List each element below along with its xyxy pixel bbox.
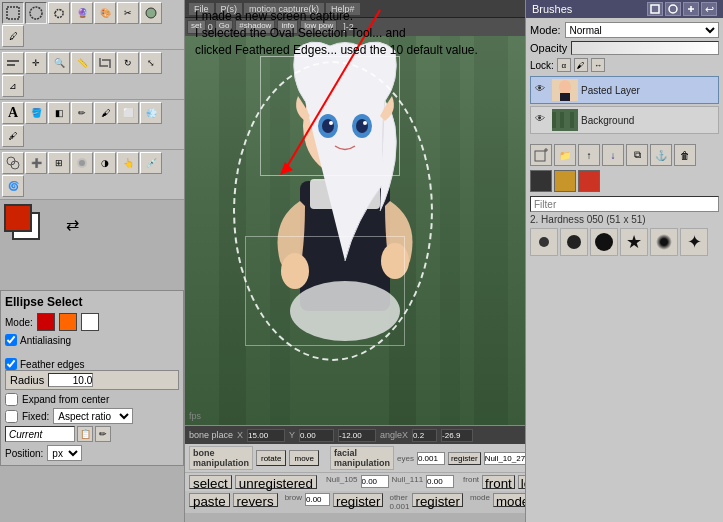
current-btn2[interactable]: ✏ bbox=[95, 426, 111, 442]
oval-select-tool[interactable] bbox=[25, 2, 47, 24]
canvas-tab-help[interactable]: Help# bbox=[326, 3, 360, 15]
layer-pasted[interactable]: 👁 Pasted Layer bbox=[530, 76, 719, 104]
canvas-btn-go[interactable]: Go bbox=[215, 20, 234, 34]
canvas-btn-set[interactable]: set bbox=[187, 20, 206, 34]
canvas-btn-shadow[interactable]: #shadow bbox=[235, 20, 275, 34]
shear-tool[interactable]: ⊿ bbox=[2, 75, 24, 97]
path-tool[interactable]: 🖊 bbox=[2, 25, 24, 47]
rotate-tool[interactable]: ↻ bbox=[117, 52, 139, 74]
align-tool[interactable] bbox=[2, 52, 24, 74]
canvas-tab-file[interactable]: File bbox=[189, 3, 214, 15]
front-btn[interactable]: front bbox=[482, 475, 515, 489]
antialiasing-label[interactable]: Antialiasing bbox=[5, 334, 179, 346]
smudge-tool[interactable]: 👆 bbox=[117, 152, 139, 174]
brush-item-1[interactable] bbox=[530, 228, 558, 256]
expand-checkbox[interactable] bbox=[5, 393, 18, 406]
fixed-checkbox[interactable] bbox=[5, 410, 18, 423]
swap-colors-btn[interactable]: ⇄ bbox=[66, 215, 79, 234]
y-input[interactable] bbox=[299, 429, 334, 442]
move-btn[interactable]: move bbox=[289, 450, 319, 466]
revers-btn[interactable]: revers bbox=[233, 493, 278, 507]
fg-swatch[interactable] bbox=[530, 170, 552, 192]
brush-item-6[interactable]: ✦ bbox=[680, 228, 708, 256]
scissors-tool[interactable]: ✂ bbox=[117, 2, 139, 24]
mid-swatch[interactable] bbox=[554, 170, 576, 192]
scale-tool[interactable]: ⤡ bbox=[140, 52, 162, 74]
position-unit-select[interactable]: px mm in bbox=[47, 445, 82, 461]
canvas-tab-select[interactable]: motion capture(k) bbox=[244, 3, 324, 15]
null-input[interactable] bbox=[484, 452, 526, 465]
z-input[interactable] bbox=[338, 429, 376, 442]
perspective-clone-tool[interactable]: ⊞ bbox=[48, 152, 70, 174]
new-layer-btn[interactable] bbox=[530, 144, 552, 166]
canvas-tab-edit[interactable]: P(s) bbox=[216, 3, 243, 15]
brow-input[interactable] bbox=[305, 493, 330, 506]
panel-undo-btn[interactable]: ↩ bbox=[701, 2, 717, 16]
current-btn1[interactable]: 📋 bbox=[77, 426, 93, 442]
null105-input[interactable] bbox=[361, 475, 389, 488]
clone-tool[interactable] bbox=[2, 152, 24, 174]
radius-input[interactable] bbox=[48, 373, 93, 387]
null111-input[interactable] bbox=[426, 475, 454, 488]
select-all-btn[interactable]: select all bbox=[189, 475, 232, 489]
color-select-tool[interactable]: 🎨 bbox=[94, 2, 116, 24]
color-picker-tool[interactable]: 💉 bbox=[140, 152, 162, 174]
lock-icon-alpha[interactable]: α bbox=[557, 58, 571, 72]
brush-item-5[interactable] bbox=[650, 228, 678, 256]
brow-register-btn[interactable]: register bbox=[333, 493, 383, 507]
current-input[interactable] bbox=[5, 426, 75, 442]
panel-btn1[interactable] bbox=[647, 2, 663, 16]
warp-tool[interactable]: 🌀 bbox=[2, 175, 24, 197]
mode-color-red[interactable] bbox=[37, 313, 55, 331]
brush-item-4[interactable]: ★ bbox=[620, 228, 648, 256]
x-input[interactable] bbox=[247, 429, 285, 442]
rect-select-tool[interactable] bbox=[2, 2, 24, 24]
angle-input[interactable] bbox=[412, 429, 437, 442]
opacity-slider[interactable] bbox=[571, 41, 719, 55]
dodge-burn-tool[interactable]: ◑ bbox=[94, 152, 116, 174]
layer-pasted-eye[interactable]: 👁 bbox=[535, 83, 549, 97]
canvas-btn-low-pow[interactable]: low pow bbox=[300, 20, 337, 34]
move-tool[interactable]: ✛ bbox=[25, 52, 47, 74]
layer-up-btn[interactable]: ↑ bbox=[578, 144, 600, 166]
folder-btn[interactable]: 📁 bbox=[554, 144, 576, 166]
fg-color-swatch[interactable] bbox=[4, 204, 32, 232]
layer-anchor-btn[interactable]: ⚓ bbox=[650, 144, 672, 166]
brush-item-3[interactable] bbox=[590, 228, 618, 256]
layer-bg-eye[interactable]: 👁 bbox=[535, 113, 549, 127]
layers-mode-select[interactable]: Normal Multiply Screen bbox=[565, 22, 719, 38]
paint-bucket-tool[interactable]: 🪣 bbox=[25, 102, 47, 124]
rotate-btn[interactable]: rotate bbox=[256, 450, 286, 466]
other-register-btn[interactable]: register bbox=[412, 493, 462, 507]
panel-btn2[interactable] bbox=[665, 2, 681, 16]
layer-background[interactable]: 👁 Background bbox=[530, 106, 719, 134]
bg-swatch[interactable] bbox=[578, 170, 600, 192]
mode-color-white[interactable] bbox=[81, 313, 99, 331]
zoom-tool[interactable]: 🔍 bbox=[48, 52, 70, 74]
filter-input[interactable] bbox=[530, 196, 719, 212]
fuzzy-select-tool[interactable]: 🔮 bbox=[71, 2, 93, 24]
panel-btn3[interactable] bbox=[683, 2, 699, 16]
heal-tool[interactable]: ➕ bbox=[25, 152, 47, 174]
fixed-select[interactable]: Aspect ratio Width Height Size bbox=[53, 408, 133, 424]
register-btn[interactable]: register bbox=[448, 452, 481, 465]
blur-tool[interactable] bbox=[71, 152, 93, 174]
paste-btn[interactable]: paste bbox=[189, 493, 230, 507]
lock-icon-paint[interactable]: 🖌 bbox=[574, 58, 588, 72]
layer-down-btn[interactable]: ↓ bbox=[602, 144, 624, 166]
ink-tool[interactable]: 🖋 bbox=[2, 125, 24, 147]
feather-checkbox[interactable] bbox=[5, 358, 17, 370]
eraser-tool[interactable]: ⬜ bbox=[117, 102, 139, 124]
canvas-content[interactable]: fps bbox=[185, 36, 525, 425]
measure-tool[interactable]: 📏 bbox=[71, 52, 93, 74]
eyes-input[interactable] bbox=[417, 452, 445, 465]
lasso-tool[interactable] bbox=[48, 2, 70, 24]
brush-tool[interactable]: 🖌 bbox=[94, 102, 116, 124]
airbrush-tool[interactable]: 💨 bbox=[140, 102, 162, 124]
blend-tool[interactable]: ◧ bbox=[48, 102, 70, 124]
brush-item-2[interactable] bbox=[560, 228, 588, 256]
layer-delete-btn[interactable]: 🗑 bbox=[674, 144, 696, 166]
lock-icon-move[interactable]: ↔ bbox=[591, 58, 605, 72]
angle2-input[interactable] bbox=[441, 429, 473, 442]
pencil-tool[interactable]: ✏ bbox=[71, 102, 93, 124]
